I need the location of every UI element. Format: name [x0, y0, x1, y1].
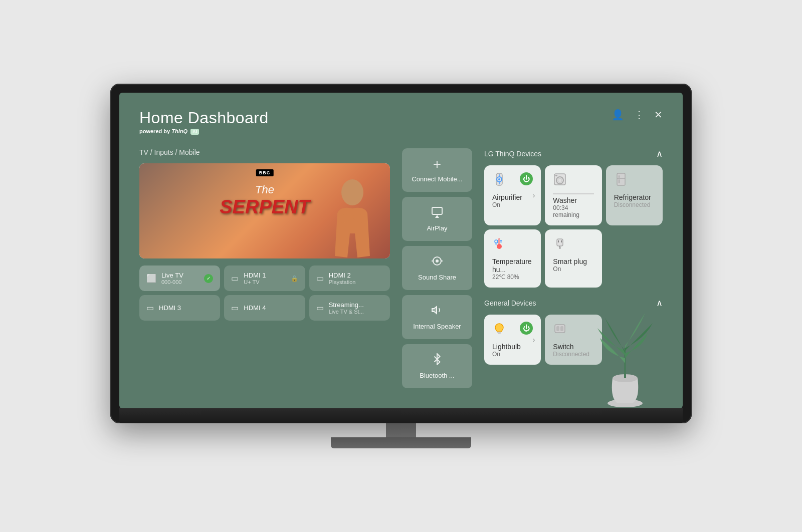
- input-streaming[interactable]: ▭ Streaming... Live TV & St...: [309, 295, 390, 321]
- svg-rect-34: [498, 333, 501, 334]
- switch-name: Switch: [553, 343, 593, 351]
- temp-humidity-name: Temperature hu...: [492, 257, 533, 274]
- live-tv-check: ✓: [204, 274, 213, 283]
- airpurifier-top: ⏻: [492, 172, 533, 189]
- airpurifier-tile[interactable]: ⏻ Airpurifier On ›: [484, 165, 541, 225]
- svg-rect-28: [557, 239, 563, 246]
- svg-point-12: [498, 178, 500, 180]
- airpurifier-power-btn[interactable]: ⏻: [520, 172, 533, 185]
- washer-tile[interactable]: Washer 00:34 remaining: [545, 165, 602, 225]
- switch-icon: [553, 322, 567, 339]
- general-collapse-btn[interactable]: ∧: [656, 298, 663, 309]
- header-icons: 👤 ⋮ ✕: [612, 109, 663, 121]
- hdmi3-text: HDMI 3: [159, 304, 181, 312]
- lightbulb-name: Lightbulb: [492, 343, 533, 351]
- live-tv-sub: 000-000: [161, 279, 183, 285]
- bluetooth-tile[interactable]: Bluetooth ...: [402, 344, 472, 388]
- thinq-devices-grid: ⏻ Airpurifier On ›: [484, 165, 663, 288]
- refrigerator-status: Disconnected: [614, 201, 655, 208]
- hdmi1-label: HDMI 1: [244, 272, 266, 279]
- temp-humidity-top: [492, 236, 533, 253]
- live-tv-label: Live TV: [161, 272, 183, 279]
- lightbulb-chevron: ›: [533, 336, 535, 344]
- temp-humidity-status: 22℃ 80%: [492, 274, 533, 281]
- switch-top: [553, 322, 593, 339]
- connect-mobile-label: Connect Mobile...: [412, 175, 462, 183]
- input-hdmi4[interactable]: ▭ HDMI 4: [224, 295, 305, 321]
- refrigerator-tile[interactable]: Refrigerator Disconnected: [606, 165, 663, 225]
- smart-plug-status: On: [553, 265, 593, 273]
- svg-rect-23: [498, 238, 500, 245]
- tv-frame: Home Dashboard powered by ThinQ AI 👤 ⋮ ✕: [110, 84, 692, 423]
- washer-status: 00:34 remaining: [553, 204, 593, 218]
- thinq-section: LG ThinQ Devices ∧: [484, 148, 663, 288]
- stand-container: [110, 423, 692, 448]
- dashboard-header: Home Dashboard powered by ThinQ AI 👤 ⋮ ✕: [139, 109, 663, 134]
- svg-marker-9: [432, 307, 437, 314]
- live-tv-icon: ⬜: [146, 274, 156, 283]
- smart-plug-tile[interactable]: Smart plug On: [545, 229, 602, 288]
- input-grid: ⬜ Live TV 000-000 ✓ ▭ HDMI 1: [139, 265, 390, 321]
- hdmi2-text: HDMI 2 Playstation: [329, 272, 356, 285]
- hdmi4-text: HDMI 4: [244, 304, 266, 312]
- menu-icon[interactable]: ⋮: [634, 109, 644, 121]
- sound-share-label: Sound Share: [418, 274, 456, 281]
- airpurifier-icon: [492, 172, 506, 189]
- hdmi2-label: HDMI 2: [329, 272, 356, 279]
- general-devices-grid: ⏻ Lightbulb On ›: [484, 315, 663, 365]
- input-live-tv[interactable]: ⬜ Live TV 000-000 ✓: [139, 265, 220, 291]
- close-icon[interactable]: ✕: [654, 109, 663, 121]
- lightbulb-icon: [492, 322, 506, 339]
- washer-name: Washer: [553, 196, 593, 204]
- sound-share-tile[interactable]: Sound Share: [402, 246, 472, 290]
- temp-humidity-tile[interactable]: Temperature hu... 22℃ 80%: [484, 229, 541, 288]
- washer-icon: [553, 172, 567, 189]
- tv-container: Home Dashboard powered by ThinQ AI 👤 ⋮ ✕: [110, 84, 692, 448]
- svg-point-24: [497, 244, 502, 249]
- content-area: TV / Inputs / Mobile BBC The SERPENT: [139, 148, 663, 388]
- input-hdmi3[interactable]: ▭ HDMI 3: [139, 295, 220, 321]
- tv-preview-image: BBC The SERPENT: [139, 163, 390, 258]
- switch-status: Disconnected: [553, 351, 593, 358]
- temp-icon: [492, 236, 506, 253]
- svg-rect-3: [432, 207, 442, 214]
- connect-mobile-tile[interactable]: + Connect Mobile...: [402, 148, 472, 192]
- hdmi1-icon: ▭: [231, 274, 239, 283]
- svg-point-27: [495, 240, 498, 243]
- switch-tile[interactable]: Switch Disconnected: [545, 315, 602, 365]
- washer-divider: [553, 193, 593, 194]
- lightbulb-tile[interactable]: ⏻ Lightbulb On ›: [484, 315, 541, 365]
- hdmi1-lock-icon: 🔒: [291, 275, 298, 282]
- airpurifier-chevron: ›: [533, 191, 535, 199]
- internal-speaker-tile[interactable]: Internal Speaker: [402, 295, 472, 339]
- lightbulb-power-btn[interactable]: ⏻: [520, 322, 533, 335]
- svg-marker-4: [435, 215, 439, 218]
- svg-point-6: [436, 259, 439, 262]
- live-tv-text: Live TV 000-000: [161, 272, 183, 285]
- washer-top: [553, 172, 593, 189]
- person-figure: [330, 178, 375, 258]
- airpurifier-name: Airpurifier: [492, 193, 533, 201]
- subtitle-pre: powered by: [139, 128, 170, 134]
- plus-icon: +: [433, 157, 441, 171]
- thinq-collapse-btn[interactable]: ∧: [656, 148, 663, 159]
- hdmi2-icon: ▭: [316, 274, 324, 283]
- input-hdmi2[interactable]: ▭ HDMI 2 Playstation: [309, 265, 390, 291]
- left-panel: TV / Inputs / Mobile BBC The SERPENT: [139, 148, 390, 388]
- svg-rect-33: [497, 332, 501, 333]
- hdmi4-label: HDMI 4: [244, 304, 266, 312]
- internal-speaker-label: Internal Speaker: [413, 323, 461, 330]
- svg-rect-21: [619, 175, 620, 178]
- hdmi2-sub: Playstation: [329, 279, 356, 285]
- middle-panel: + Connect Mobile... AirPlay: [402, 148, 472, 388]
- thinq-section-header: LG ThinQ Devices ∧: [484, 148, 663, 159]
- streaming-text: Streaming... Live TV & St...: [329, 301, 364, 315]
- profile-icon[interactable]: 👤: [612, 109, 624, 121]
- tv-preview[interactable]: BBC The SERPENT: [139, 163, 390, 258]
- airplay-tile[interactable]: AirPlay: [402, 197, 472, 241]
- input-hdmi1[interactable]: ▭ HDMI 1 U+ TV 🔒: [224, 265, 305, 291]
- svg-point-32: [559, 247, 561, 249]
- svg-rect-22: [619, 179, 620, 183]
- svg-rect-18: [555, 175, 557, 176]
- hdmi4-icon: ▭: [231, 303, 239, 313]
